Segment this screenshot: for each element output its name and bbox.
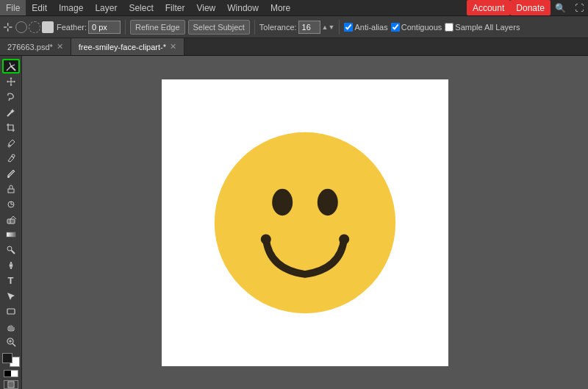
tab-psd-label: 276663.psd* <box>7 43 53 51</box>
select-subject-button[interactable]: Select Subject <box>188 20 250 35</box>
feather-icon <box>15 21 27 33</box>
magic-wand-active-tool[interactable] <box>2 59 20 74</box>
contiguous-checkbox[interactable] <box>391 23 400 32</box>
contiguous-label: Contiguous <box>401 23 442 32</box>
svg-line-0 <box>11 66 15 71</box>
tolerance-input[interactable] <box>298 21 320 34</box>
quick-mask-btn[interactable] <box>4 370 18 377</box>
heal-tool[interactable] <box>2 151 20 165</box>
pen-tool[interactable] <box>2 259 20 273</box>
sep1 <box>125 20 126 35</box>
brush-tool[interactable] <box>2 167 20 181</box>
feather2-icon <box>29 21 40 33</box>
svg-point-11 <box>10 264 12 266</box>
refine-edge-button[interactable]: Refine Edge <box>130 20 185 35</box>
svg-rect-7 <box>7 219 15 224</box>
svg-point-4 <box>7 176 10 178</box>
wand-tool[interactable] <box>2 106 20 120</box>
tolerance-label: Tolerance: <box>259 23 297 32</box>
svg-line-1 <box>7 111 12 116</box>
menu-select[interactable]: Select <box>123 0 159 15</box>
menu-filter[interactable]: Filter <box>159 0 191 15</box>
svg-point-19 <box>215 132 395 313</box>
tab-psd[interactable]: 276663.psd* ✕ <box>0 38 71 55</box>
menu-window[interactable]: Window <box>221 0 265 15</box>
sample-all-checkbox[interactable] <box>445 23 453 32</box>
stamp-tool[interactable] <box>2 182 20 196</box>
svg-rect-5 <box>8 189 14 193</box>
sidebar: T <box>0 56 22 389</box>
move-tool[interactable] <box>2 75 20 89</box>
eyedropper-tool[interactable] <box>2 136 20 150</box>
feather3-icon <box>42 21 54 33</box>
color-swatches[interactable] <box>2 353 20 367</box>
tabs-bar: 276663.psd* ✕ free-smiley-face-clipart-*… <box>0 38 588 56</box>
menu-edit[interactable]: Edit <box>26 0 53 15</box>
tolerance-arrow-icon[interactable]: ▲▼ <box>322 24 335 31</box>
fullscreen-icon[interactable]: ⛶ <box>570 1 588 15</box>
svg-line-10 <box>11 251 15 254</box>
current-tool-icon: ⊹ <box>3 20 12 34</box>
scrollbar-thumb[interactable] <box>579 345 588 389</box>
menu-layer[interactable]: Layer <box>89 0 123 15</box>
svg-point-21 <box>318 188 338 215</box>
contiguous-group: Contiguous <box>391 23 442 32</box>
crop-tool[interactable] <box>2 121 20 135</box>
dodge-tool[interactable] <box>2 243 20 257</box>
svg-rect-18 <box>9 382 13 387</box>
svg-point-22 <box>261 234 271 244</box>
zoom-tool[interactable] <box>2 335 20 349</box>
text-tool[interactable]: T <box>2 274 20 288</box>
tab-smiley-close[interactable]: ✕ <box>170 42 176 51</box>
menu-more[interactable]: More <box>265 0 296 15</box>
menu-file[interactable]: File <box>0 0 26 15</box>
svg-rect-12 <box>7 309 15 314</box>
menu-image[interactable]: Image <box>53 0 89 15</box>
svg-point-9 <box>7 246 12 251</box>
canvas-wrapper <box>162 79 448 366</box>
menu-donate[interactable]: Donate <box>510 0 551 15</box>
gradient-tool[interactable] <box>2 228 20 242</box>
options-toolbar: ⊹ Feather: Refine Edge Select Subject To… <box>0 16 588 38</box>
search-icon[interactable]: 🔍 <box>551 1 570 15</box>
screen-mode-btn[interactable] <box>4 380 18 389</box>
sample-all-label: Sample All Layers <box>455 23 520 32</box>
anti-alias-label: Anti-alias <box>354 23 387 32</box>
smiley-face-svg <box>202 120 408 326</box>
history-brush-tool[interactable] <box>2 197 20 211</box>
tab-smiley-label: free-smiley-face-clipart-* <box>79 43 166 51</box>
path-select-tool[interactable] <box>2 289 20 303</box>
menu-account[interactable]: Account <box>467 0 510 15</box>
svg-point-23 <box>339 234 349 244</box>
svg-rect-8 <box>7 232 15 237</box>
sample-all-group: Sample All Layers <box>445 23 520 32</box>
menu-view[interactable]: View <box>190 0 221 15</box>
svg-line-14 <box>12 343 15 346</box>
sep2 <box>254 20 255 35</box>
lasso-tool[interactable] <box>2 90 20 104</box>
main-layout: T <box>0 56 588 389</box>
tab-smiley[interactable]: free-smiley-face-clipart-* ✕ <box>71 38 184 55</box>
feather-label: Feather: <box>57 23 87 32</box>
anti-alias-checkbox[interactable] <box>344 23 353 32</box>
sep3 <box>339 20 340 35</box>
feather-input[interactable] <box>88 21 121 34</box>
shape-tool[interactable] <box>2 304 20 318</box>
anti-alias-group: Anti-alias <box>344 23 387 32</box>
svg-point-20 <box>272 188 293 215</box>
tab-psd-close[interactable]: ✕ <box>57 42 63 51</box>
eraser-tool[interactable] <box>2 213 20 226</box>
hand-tool[interactable] <box>2 320 20 334</box>
canvas-area[interactable] <box>22 56 588 389</box>
menubar: File Edit Image Layer Select Filter View… <box>0 0 588 16</box>
foreground-color-swatch[interactable] <box>2 353 12 363</box>
